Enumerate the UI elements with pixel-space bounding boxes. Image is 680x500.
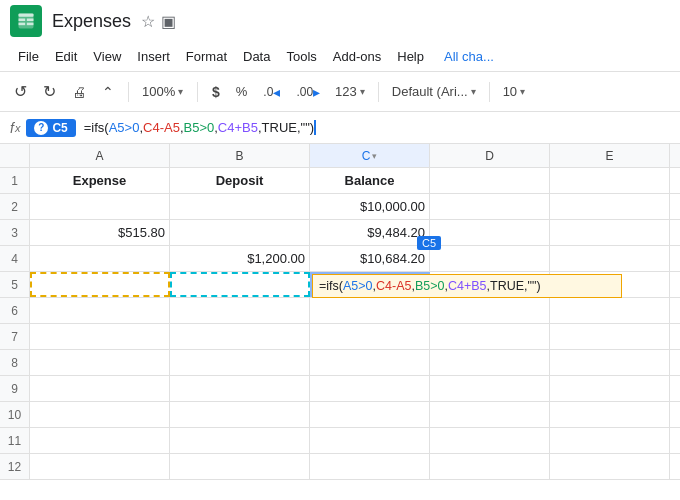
cell-e4[interactable]: [550, 246, 670, 271]
cell-d2[interactable]: [430, 194, 550, 219]
cell-c7[interactable]: [310, 324, 430, 349]
menu-view[interactable]: View: [85, 45, 129, 68]
cell-reference-box[interactable]: ? C5: [26, 119, 75, 137]
menu-format[interactable]: Format: [178, 45, 235, 68]
cell-b5[interactable]: [170, 272, 310, 297]
cell-a1[interactable]: Expense: [30, 168, 170, 193]
cell-d9[interactable]: [430, 376, 550, 401]
cell-b6[interactable]: [170, 298, 310, 323]
cell-a8[interactable]: [30, 350, 170, 375]
cell-b8[interactable]: [170, 350, 310, 375]
cell-d10[interactable]: [430, 402, 550, 427]
cell-e2[interactable]: [550, 194, 670, 219]
menu-insert[interactable]: Insert: [129, 45, 178, 68]
table-row: 8: [0, 350, 680, 376]
cell-e9[interactable]: [550, 376, 670, 401]
decimal-less-button[interactable]: .0◂: [257, 80, 286, 104]
cell-b10[interactable]: [170, 402, 310, 427]
cell-e7[interactable]: [550, 324, 670, 349]
table-row: 5 =ifs(A5>0,C4-A5,B5>0,C4+B5,TRUE,""): [0, 272, 680, 298]
cell-a10[interactable]: [30, 402, 170, 427]
cell-a2[interactable]: [30, 194, 170, 219]
font-size-dropdown[interactable]: 10 ▾: [498, 81, 530, 102]
col-header-e[interactable]: E: [550, 144, 670, 167]
cell-d7[interactable]: [430, 324, 550, 349]
cell-d1[interactable]: [430, 168, 550, 193]
cell-b1[interactable]: Deposit: [170, 168, 310, 193]
zoom-dropdown[interactable]: 100% ▾: [137, 81, 189, 102]
cell-d4[interactable]: [430, 246, 550, 271]
cell-e8[interactable]: [550, 350, 670, 375]
cell-e3[interactable]: [550, 220, 670, 245]
menu-edit[interactable]: Edit: [47, 45, 85, 68]
col-header-b[interactable]: B: [170, 144, 310, 167]
menu-addons[interactable]: Add-ons: [325, 45, 389, 68]
menu-allchanges[interactable]: All cha...: [436, 45, 502, 68]
cell-c1[interactable]: Balance: [310, 168, 430, 193]
cell-a9[interactable]: [30, 376, 170, 401]
cell-d8[interactable]: [430, 350, 550, 375]
cell-c6[interactable]: [310, 298, 430, 323]
cell-e1[interactable]: [550, 168, 670, 193]
cell-d6[interactable]: [430, 298, 550, 323]
cell-e12[interactable]: [550, 454, 670, 479]
menu-tools[interactable]: Tools: [278, 45, 324, 68]
cell-b3[interactable]: [170, 220, 310, 245]
currency-button[interactable]: $: [206, 80, 226, 104]
cell-a6[interactable]: [30, 298, 170, 323]
cell-b11[interactable]: [170, 428, 310, 453]
cell-a3[interactable]: $515.80: [30, 220, 170, 245]
redo-button[interactable]: ↻: [37, 78, 62, 105]
table-row: 11: [0, 428, 680, 454]
grid: 1 Expense Deposit Balance 2 $10,000.00 3…: [0, 168, 680, 480]
cell-c10[interactable]: [310, 402, 430, 427]
print-button[interactable]: 🖨: [66, 80, 92, 104]
cell-d12[interactable]: [430, 454, 550, 479]
cell-e10[interactable]: [550, 402, 670, 427]
cell-b12[interactable]: [170, 454, 310, 479]
table-row: 1 Expense Deposit Balance: [0, 168, 680, 194]
table-row: 10: [0, 402, 680, 428]
cell-b2[interactable]: [170, 194, 310, 219]
menu-file[interactable]: File: [10, 45, 47, 68]
toolbar-sep-1: [128, 82, 129, 102]
cell-b7[interactable]: [170, 324, 310, 349]
folder-icon[interactable]: ▣: [161, 12, 176, 31]
percent-button[interactable]: %: [230, 80, 254, 103]
col-header-d[interactable]: D: [430, 144, 550, 167]
sheet-container: A B C▾ D E 1 Expense Deposit Balance 2 $…: [0, 144, 680, 480]
cell-c2[interactable]: $10,000.00: [310, 194, 430, 219]
col-header-a[interactable]: A: [30, 144, 170, 167]
cell-c3[interactable]: $9,484.20: [310, 220, 430, 245]
cell-c8[interactable]: [310, 350, 430, 375]
formula-input[interactable]: =ifs(A5>0,C4-A5,B5>0,C4+B5,TRUE,""): [80, 120, 676, 135]
undo-button[interactable]: ↺: [8, 78, 33, 105]
cell-a5[interactable]: [30, 272, 170, 297]
cell-e11[interactable]: [550, 428, 670, 453]
star-icon[interactable]: ☆: [141, 12, 155, 31]
col-header-c[interactable]: C▾: [310, 144, 430, 167]
decimal-more-button[interactable]: .00▸: [290, 80, 326, 104]
cell-c5[interactable]: =ifs(A5>0,C4-A5,B5>0,C4+B5,TRUE,""): [310, 272, 430, 297]
cell-a7[interactable]: [30, 324, 170, 349]
paintformat-button[interactable]: ⌃: [96, 80, 120, 104]
cell-b4[interactable]: $1,200.00: [170, 246, 310, 271]
cell-c4[interactable]: $10,684.20 C5: [310, 246, 430, 271]
cell-d3[interactable]: [430, 220, 550, 245]
menu-help[interactable]: Help: [389, 45, 432, 68]
cell-a4[interactable]: [30, 246, 170, 271]
cell-c9[interactable]: [310, 376, 430, 401]
cell-a11[interactable]: [30, 428, 170, 453]
cell-c12[interactable]: [310, 454, 430, 479]
cell-a12[interactable]: [30, 454, 170, 479]
cell-c11[interactable]: [310, 428, 430, 453]
doc-title[interactable]: Expenses: [52, 11, 131, 32]
cell-e6[interactable]: [550, 298, 670, 323]
cell-d11[interactable]: [430, 428, 550, 453]
format-123-dropdown[interactable]: 123 ▾: [330, 81, 370, 102]
zoom-arrow: ▾: [178, 86, 183, 97]
menu-data[interactable]: Data: [235, 45, 278, 68]
menubar: File Edit View Insert Format Data Tools …: [0, 42, 680, 72]
font-name-dropdown[interactable]: Default (Ari... ▾: [387, 81, 481, 102]
cell-b9[interactable]: [170, 376, 310, 401]
